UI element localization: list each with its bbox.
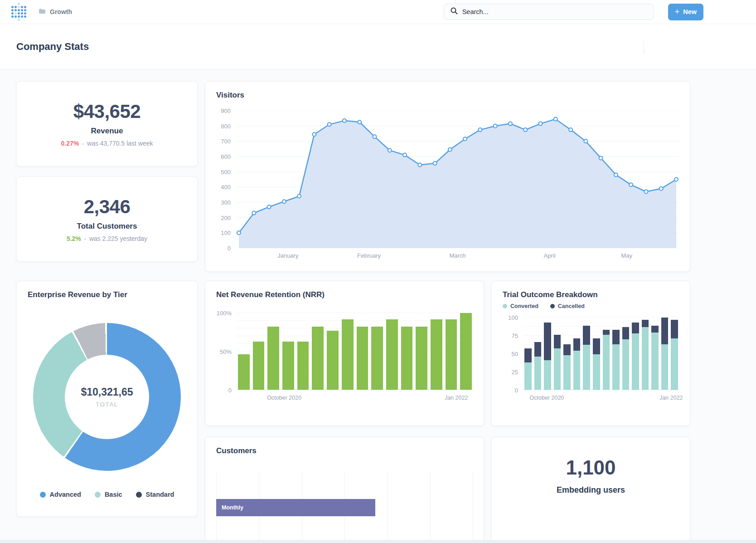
stacked-bar[interactable] — [524, 318, 532, 390]
nrr-bar[interactable] — [401, 327, 413, 390]
converted-segment[interactable] — [671, 338, 678, 390]
stacked-bar[interactable] — [642, 318, 649, 390]
data-point[interactable] — [358, 120, 361, 124]
cancelled-segment[interactable] — [544, 323, 551, 360]
nrr-bar[interactable] — [357, 327, 368, 390]
cancelled-segment[interactable] — [573, 338, 581, 351]
donut-chart[interactable]: $10,321,65TOTAL — [33, 323, 181, 471]
nrr-bar[interactable] — [312, 327, 324, 390]
data-point[interactable] — [433, 161, 437, 165]
converted-segment[interactable] — [524, 362, 532, 390]
data-point[interactable] — [523, 128, 527, 132]
data-point[interactable] — [418, 163, 422, 167]
nrr-title[interactable]: Net Revenue Retention (NRR) — [216, 290, 473, 299]
cancelled-segment[interactable] — [593, 338, 600, 354]
converted-segment[interactable] — [612, 344, 620, 390]
cancelled-segment[interactable] — [651, 326, 659, 333]
stacked-bar[interactable] — [573, 318, 581, 390]
nrr-bar[interactable] — [297, 342, 309, 390]
data-point[interactable] — [388, 149, 392, 152]
search-input[interactable] — [462, 8, 647, 15]
nrr-bar[interactable] — [460, 313, 472, 390]
converted-segment[interactable] — [593, 354, 600, 390]
cancelled-segment[interactable] — [534, 342, 542, 357]
data-point[interactable] — [599, 156, 603, 160]
stacked-bar[interactable] — [603, 318, 610, 390]
search-bar[interactable] — [444, 4, 654, 20]
visitors-title[interactable]: Visitors — [216, 91, 679, 100]
data-point[interactable] — [373, 135, 377, 138]
stacked-bar[interactable] — [661, 318, 669, 390]
converted-segment[interactable] — [573, 351, 581, 390]
legend-item[interactable]: Cancelled — [550, 303, 585, 309]
cancelled-segment[interactable] — [554, 335, 561, 348]
breadcrumb[interactable]: Growth — [39, 8, 72, 16]
embedding-users-value[interactable]: 1,100 — [557, 456, 625, 479]
converted-segment[interactable] — [583, 345, 590, 390]
cancelled-segment[interactable] — [612, 330, 620, 344]
total-customers-value[interactable]: 2,346 — [84, 196, 131, 218]
cancelled-segment[interactable] — [563, 344, 571, 355]
nrr-bar[interactable] — [416, 327, 427, 390]
data-point[interactable] — [448, 148, 452, 152]
customers-title[interactable]: Customers — [216, 446, 473, 455]
breadcrumb-label[interactable]: Growth — [50, 8, 72, 15]
converted-segment[interactable] — [603, 335, 610, 390]
data-point[interactable] — [252, 211, 256, 215]
data-point[interactable] — [614, 173, 618, 176]
converted-segment[interactable] — [554, 348, 561, 390]
data-point[interactable] — [312, 132, 316, 136]
data-point[interactable] — [328, 122, 331, 126]
data-point[interactable] — [509, 122, 512, 126]
enterprise-revenue-title[interactable]: Enterprise Revenue by Tier — [28, 290, 186, 299]
data-point[interactable] — [538, 122, 542, 126]
stacked-bar[interactable] — [632, 318, 639, 390]
stacked-bar[interactable] — [554, 318, 561, 390]
new-button[interactable]: + New — [668, 4, 703, 20]
data-point[interactable] — [343, 119, 346, 122]
stacked-bar[interactable] — [534, 318, 542, 390]
stacked-bar[interactable] — [563, 318, 571, 390]
data-point[interactable] — [584, 139, 587, 143]
nrr-bar[interactable] — [431, 319, 442, 390]
converted-segment[interactable] — [544, 360, 551, 390]
data-point[interactable] — [478, 128, 482, 132]
converted-segment[interactable] — [622, 339, 630, 390]
converted-segment[interactable] — [651, 333, 659, 390]
cancelled-segment[interactable] — [524, 348, 532, 362]
legend-item[interactable]: Advanced — [40, 491, 81, 498]
data-point[interactable] — [674, 178, 678, 181]
stacked-bar[interactable] — [671, 318, 678, 390]
converted-segment[interactable] — [534, 357, 542, 390]
cancelled-segment[interactable] — [603, 330, 610, 335]
line-area-plot[interactable] — [236, 111, 679, 248]
cancelled-segment[interactable] — [671, 320, 678, 338]
legend-item[interactable]: Basic — [95, 491, 122, 498]
bar-monthly[interactable]: Monthly — [216, 499, 375, 516]
trial-outcome-title[interactable]: Trial Outcome Breakdown — [503, 290, 679, 299]
nrr-bar[interactable] — [342, 319, 354, 390]
data-point[interactable] — [282, 200, 286, 203]
nrr-bar[interactable] — [371, 327, 383, 390]
converted-segment[interactable] — [563, 355, 571, 390]
cancelled-segment[interactable] — [661, 318, 669, 344]
data-point[interactable] — [659, 187, 663, 191]
converted-segment[interactable] — [661, 344, 669, 390]
legend-item[interactable]: Standard — [136, 491, 174, 498]
app-logo[interactable] — [11, 2, 27, 21]
nrr-bar[interactable] — [238, 354, 250, 390]
nrr-bar[interactable] — [446, 319, 457, 390]
cancelled-segment[interactable] — [583, 326, 590, 345]
nrr-bar[interactable] — [253, 342, 265, 390]
nrr-bar[interactable] — [267, 327, 279, 390]
nrr-bar[interactable] — [386, 319, 398, 390]
converted-segment[interactable] — [642, 327, 649, 390]
stacked-bar[interactable] — [612, 318, 620, 390]
data-point[interactable] — [463, 137, 467, 141]
cancelled-segment[interactable] — [622, 327, 630, 339]
stacked-bar[interactable] — [583, 318, 590, 390]
stacked-bar[interactable] — [622, 318, 630, 390]
data-point[interactable] — [297, 195, 301, 198]
stacked-bar[interactable] — [593, 318, 600, 390]
data-point[interactable] — [644, 190, 648, 193]
